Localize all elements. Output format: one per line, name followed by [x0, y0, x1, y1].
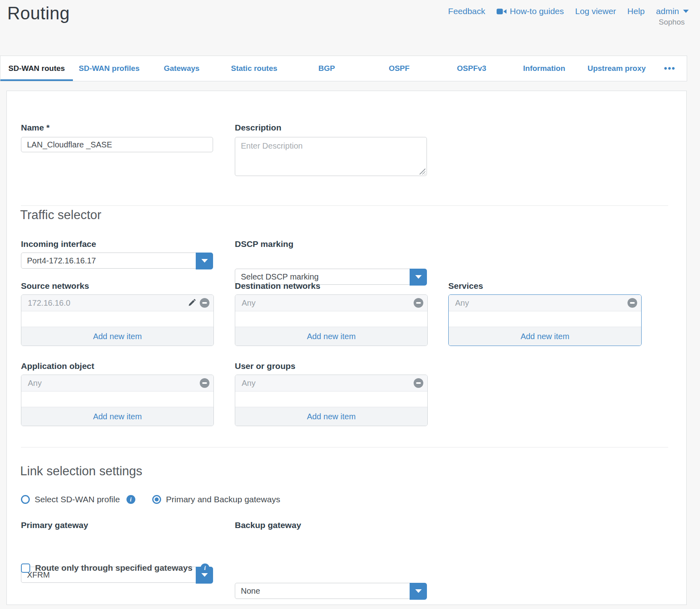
triangle-down-icon [201, 259, 208, 263]
info-icon[interactable]: i [201, 563, 209, 572]
remove-item-icon[interactable] [200, 378, 209, 388]
howto-guides-label: How-to guides [510, 6, 564, 16]
add-new-item-button[interactable]: Add new item [235, 327, 427, 346]
route-only-checkbox-row: Route only through specified gateways i [21, 563, 209, 573]
tab-sdwan-profiles[interactable]: SD-WAN profiles [73, 56, 145, 81]
dropdown-arrow-button[interactable] [196, 253, 213, 269]
application-object-label: Application object [21, 361, 94, 371]
select-sdwan-profile-radio[interactable] [21, 495, 30, 504]
list-item: 172.16.16.0 [21, 295, 213, 311]
log-viewer-link[interactable]: Log viewer [575, 6, 616, 16]
tab-bar: SD-WAN routes SD-WAN profiles Gateways S… [0, 56, 687, 81]
traffic-selector-heading: Traffic selector [20, 208, 101, 222]
destination-networks-label: Destination networks [235, 281, 320, 291]
backup-gateway-label: Backup gateway [235, 520, 301, 530]
dropdown-arrow-button[interactable] [410, 269, 427, 286]
services-listbox: Any Add new item [448, 294, 642, 346]
triangle-down-icon [415, 275, 422, 279]
triangle-down-icon [201, 573, 208, 577]
incoming-interface-select[interactable]: Port4-172.16.16.17 [21, 253, 213, 269]
add-new-item-button[interactable]: Add new item [21, 327, 213, 346]
listbox-empty-area [449, 311, 641, 327]
route-only-checkbox[interactable] [21, 563, 30, 573]
video-camera-icon [497, 8, 507, 15]
list-item-value: Any [242, 379, 414, 388]
dropdown-arrow-button[interactable] [410, 583, 427, 600]
dscp-marking-value: Select DSCP marking [235, 272, 319, 282]
listbox-empty-area [235, 392, 427, 407]
admin-label: admin [656, 6, 679, 16]
add-new-item-button[interactable]: Add new item [449, 327, 641, 346]
user-or-groups-label: User or groups [235, 361, 296, 371]
application-object-listbox: Any Add new item [21, 375, 214, 426]
list-item: Any [235, 375, 427, 392]
list-item: Any [449, 295, 641, 311]
source-networks-label: Source networks [21, 281, 89, 291]
routing-page: Routing Feedback How-to guides Log viewe… [0, 0, 700, 609]
brand-label: Sophos [659, 18, 685, 27]
add-new-item-button[interactable]: Add new item [21, 407, 213, 426]
primary-backup-gateways-label: Primary and Backup gateways [166, 495, 280, 504]
help-link[interactable]: Help [628, 6, 645, 16]
user-or-groups-listbox: Any Add new item [235, 375, 428, 426]
feedback-link[interactable]: Feedback [448, 6, 485, 16]
services-label: Services [448, 281, 483, 291]
tab-ospfv3[interactable]: OSPFv3 [435, 56, 508, 81]
remove-item-icon[interactable] [200, 298, 209, 308]
incoming-interface-label: Incoming interface [21, 239, 96, 249]
header-links: Feedback How-to guides Log viewer Help a… [448, 6, 689, 16]
primary-backup-radio-row: Primary and Backup gateways [152, 495, 280, 504]
destination-networks-listbox: Any Add new item [235, 294, 428, 346]
remove-item-icon[interactable] [628, 298, 637, 308]
tab-sdwan-routes[interactable]: SD-WAN routes [0, 56, 73, 81]
section-divider [21, 447, 668, 447]
admin-menu[interactable]: admin [656, 6, 689, 16]
listbox-empty-area [21, 311, 213, 327]
list-item-value: Any [242, 298, 414, 308]
sdwan-profile-radio-row: Select SD-WAN profile i [21, 495, 135, 504]
list-item: Any [235, 295, 427, 311]
incoming-interface-value: Port4-172.16.16.17 [21, 256, 96, 265]
tab-ospf[interactable]: OSPF [363, 56, 435, 81]
listbox-empty-area [235, 311, 427, 327]
listbox-empty-area [21, 392, 213, 407]
tab-bgp[interactable]: BGP [290, 56, 363, 81]
page-title: Routing [7, 3, 70, 23]
backup-gateway-select[interactable]: None [235, 583, 427, 599]
info-icon[interactable]: i [126, 495, 135, 504]
description-textarea[interactable] [235, 137, 427, 176]
tab-information[interactable]: Information [508, 56, 580, 81]
name-input[interactable] [21, 137, 213, 152]
backup-gateway-value: None [235, 586, 260, 596]
remove-item-icon[interactable] [414, 378, 423, 388]
add-new-item-button[interactable]: Add new item [235, 407, 427, 426]
list-item-value: Any [28, 379, 200, 388]
link-selection-heading: Link selection settings [20, 464, 142, 478]
edit-pencil-icon[interactable] [187, 298, 197, 308]
list-item-value: Any [455, 298, 628, 308]
description-label: Description [235, 123, 282, 133]
more-tabs-button[interactable]: ••• [653, 56, 687, 81]
route-only-label: Route only through specified gateways [35, 563, 193, 573]
primary-backup-gateways-radio[interactable] [152, 495, 161, 504]
dscp-marking-label: DSCP marking [235, 239, 294, 249]
list-item: Any [21, 375, 213, 392]
section-divider [21, 205, 668, 206]
name-label: Name * [21, 123, 50, 133]
tab-gateways[interactable]: Gateways [145, 56, 218, 81]
chevron-down-icon [683, 10, 689, 13]
remove-item-icon[interactable] [414, 298, 423, 308]
select-sdwan-profile-label: Select SD-WAN profile [35, 495, 120, 504]
list-item-value: 172.16.16.0 [28, 298, 187, 308]
howto-guides-link[interactable]: How-to guides [497, 6, 564, 16]
triangle-down-icon [415, 589, 422, 593]
primary-gateway-label: Primary gateway [21, 520, 88, 530]
tab-static-routes[interactable]: Static routes [218, 56, 290, 81]
source-networks-listbox: 172.16.16.0 Add new item [21, 294, 214, 346]
tab-upstream-proxy[interactable]: Upstream proxy [580, 56, 653, 81]
